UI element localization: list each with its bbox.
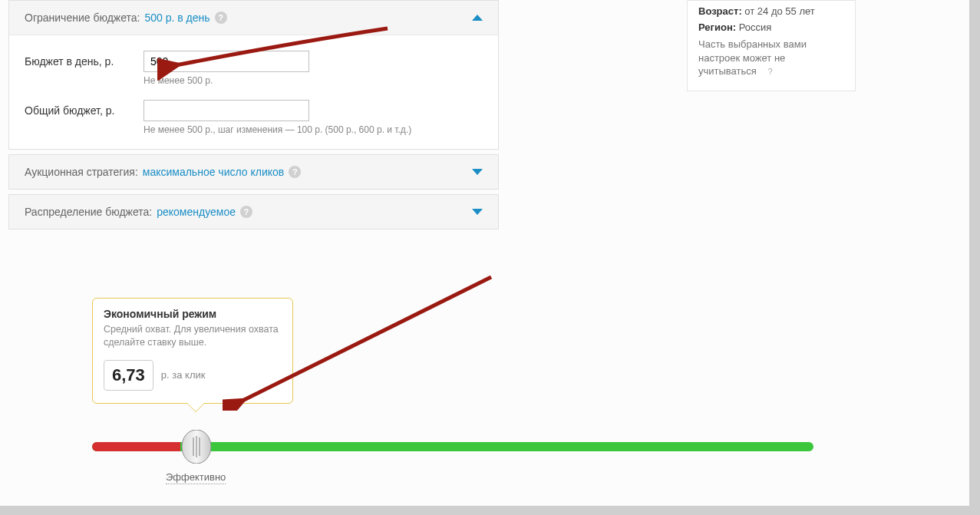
bid-slider-area: Экономичный режим Средний охват. Для уве… (92, 298, 821, 451)
chevron-up-icon (472, 15, 483, 21)
auction-strategy-panel: Аукционная стратегия: максимальное число… (8, 154, 499, 190)
settings-note: Часть выбранных вами настроек может не у… (698, 38, 807, 77)
budget-distribution-panel: Распределение бюджета: рекомендуемое ? (8, 194, 499, 229)
budget-distribution-header[interactable]: Распределение бюджета: рекомендуемое ? (9, 195, 498, 229)
budget-limit-value: 500 р. в день (144, 12, 210, 24)
budget-limit-label: Ограничение бюджета: (25, 12, 140, 24)
region-value: Россия (739, 21, 772, 33)
slider-effective-label[interactable]: Эффективно (166, 471, 226, 484)
daily-budget-input[interactable] (144, 51, 309, 72)
auction-strategy-value: максимальное число кликов (143, 166, 284, 178)
daily-budget-hint: Не менее 500 р. (144, 75, 309, 86)
bid-tooltip: Экономичный режим Средний охват. Для уве… (92, 298, 293, 404)
chevron-down-icon (472, 169, 483, 175)
slider-inefficient-zone (92, 442, 180, 451)
bid-mode-desc: Средний охват. Для увеличения охвата сде… (104, 323, 282, 349)
chevron-down-icon (472, 209, 483, 215)
help-icon[interactable]: ? (289, 166, 301, 178)
total-budget-label: Общий бюджет, р. (25, 100, 144, 117)
help-icon[interactable]: ? (240, 206, 252, 218)
bid-price-unit: р. за клик (161, 369, 206, 381)
budget-distribution-value: рекомендуемое (157, 206, 236, 218)
age-value: от 24 до 55 лет (744, 5, 814, 17)
scrollbar-placeholder (969, 0, 980, 515)
targeting-summary-card: Возраст: от 24 до 55 лет Регион: Россия … (687, 0, 856, 91)
budget-distribution-label: Распределение бюджета: (25, 206, 152, 218)
age-label: Возраст: (698, 5, 742, 17)
auction-strategy-label: Аукционная стратегия: (25, 166, 138, 178)
settings-column: Ограничение бюджета: 500 р. в день ? Бюд… (8, 0, 499, 234)
bid-slider-track[interactable]: Эффективно (92, 442, 813, 451)
budget-limit-panel: Ограничение бюджета: 500 р. в день ? Бюд… (8, 0, 499, 150)
budget-limit-body: Бюджет в день, р. Не менее 500 р. Общий … (9, 35, 498, 149)
help-icon[interactable]: ? (215, 12, 227, 24)
total-budget-input[interactable] (144, 100, 309, 121)
bid-slider-thumb[interactable] (182, 430, 211, 464)
bid-mode-title: Экономичный режим (104, 308, 282, 320)
auction-strategy-header[interactable]: Аукционная стратегия: максимальное число… (9, 155, 498, 189)
tooltip-tail-icon (186, 403, 205, 412)
bid-price-value[interactable]: 6,73 (104, 360, 153, 391)
region-label: Регион: (698, 21, 736, 33)
help-icon[interactable]: ? (764, 66, 776, 78)
budget-limit-header[interactable]: Ограничение бюджета: 500 р. в день ? (9, 1, 498, 35)
total-budget-hint: Не менее 500 р., шаг изменения — 100 р. … (144, 124, 411, 135)
frame-border (0, 506, 980, 515)
daily-budget-label: Бюджет в день, р. (25, 51, 144, 68)
